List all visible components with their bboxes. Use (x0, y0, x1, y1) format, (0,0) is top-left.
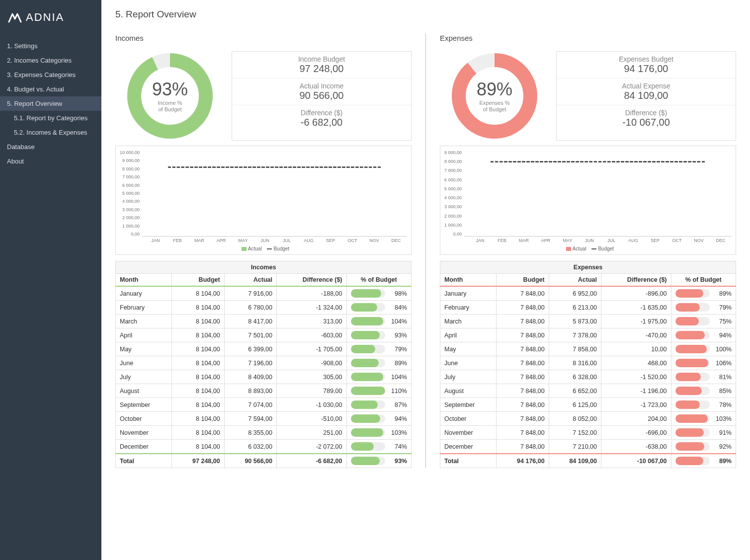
cell-diff: 468,00 (601, 356, 671, 370)
cell-pct: 75% (671, 315, 736, 328)
cell-diff: -188,00 (276, 286, 346, 301)
y-axis-labels: 10 000,009 000,008 000,007 000,006 000,0… (120, 150, 142, 237)
cell-pct: 81% (671, 370, 736, 384)
cell-diff: 313,00 (276, 315, 346, 328)
table-row: October 7 848,00 8 052,00 204,00 103% (440, 412, 736, 426)
cell-pct: 91% (671, 426, 736, 440)
cell-budget: 8 104,00 (172, 440, 224, 454)
cell-pct: 106% (671, 356, 736, 370)
cell-month: January (440, 286, 497, 301)
cell-month: December (440, 440, 497, 454)
table-row: May 8 104,00 6 399,00 -1 705,00 79% (116, 342, 412, 356)
table-row: February 8 104,00 6 780,00 -1 324,00 84% (116, 301, 412, 315)
cell-pct: 89% (346, 356, 411, 370)
bar-chart: 9 000,008 000,007 000,006 000,005 000,00… (440, 146, 736, 255)
cell-diff: -1 975,00 (601, 315, 671, 328)
cell-pct: 98% (346, 286, 411, 301)
cell-pct: 92% (671, 440, 736, 454)
page-title: 5. Report Overview (115, 9, 736, 20)
cell-pct: 85% (671, 384, 736, 398)
table-row: April 7 848,00 7 378,00 -470,00 94% (440, 328, 736, 342)
donut-chart: 89% Expenses %of Budget (440, 51, 549, 141)
stat-value: 90 566,00 (232, 90, 411, 101)
cell-month: August (116, 384, 172, 398)
table-row: June 7 848,00 8 316,00 468,00 106% (440, 356, 736, 370)
cell-actual: 7 196,00 (224, 356, 276, 370)
nav-item[interactable]: 1. Settings (0, 39, 101, 53)
table-row: July 7 848,00 6 328,00 -1 520,00 81% (440, 370, 736, 384)
brand-logo: ADNIA (0, 6, 101, 39)
table-header: % of Budget (671, 274, 736, 287)
cell-budget: 8 104,00 (172, 286, 224, 301)
total-budget: 97 248,00 (172, 454, 224, 468)
table-row: October 8 104,00 7 594,00 -510,00 94% (116, 412, 412, 426)
table-title: Incomes (116, 261, 412, 274)
cell-pct: 87% (346, 398, 411, 412)
nav-item[interactable]: 2. Incomes Categories (0, 53, 101, 68)
table-header: % of Budget (346, 274, 411, 287)
donut-subtitle: Income %of Budget (158, 100, 182, 113)
stat-value: 84 109,00 (557, 90, 736, 101)
table-header: Actual (549, 274, 601, 287)
stat-value: -10 067,00 (557, 117, 736, 128)
cell-diff: 251,00 (276, 426, 346, 440)
stat-label: Actual Income (232, 82, 411, 90)
logo-icon (8, 12, 22, 23)
cell-budget: 7 848,00 (497, 440, 549, 454)
donut-percent: 93% (152, 79, 188, 100)
table-row: March 7 848,00 5 873,00 -1 975,00 75% (440, 315, 736, 328)
cell-month: April (116, 328, 172, 342)
total-label: Total (440, 454, 497, 468)
total-diff: -10 067,00 (601, 454, 671, 468)
nav-item[interactable]: 5. Report Overview (0, 96, 101, 111)
cell-pct: 103% (346, 426, 411, 440)
cell-month: July (116, 370, 172, 384)
cell-diff: -896,00 (601, 286, 671, 301)
cell-month: September (440, 398, 497, 412)
table-row: January 7 848,00 6 952,00 -896,00 89% (440, 286, 736, 301)
cell-budget: 8 104,00 (172, 328, 224, 342)
stat-box: Expenses Budget 94 176,00Actual Expense … (556, 51, 736, 141)
table-header: Month (116, 274, 172, 287)
cell-month: August (440, 384, 497, 398)
cell-actual: 8 052,00 (549, 412, 601, 426)
table-header: Month (440, 274, 497, 287)
section-label: Expenses (440, 34, 736, 42)
cell-diff: 305,00 (276, 370, 346, 384)
cell-budget: 8 104,00 (172, 426, 224, 440)
nav-list: 1. Settings2. Incomes Categories3. Expen… (0, 39, 101, 168)
table-total-row: Total 97 248,00 90 566,00 -6 682,00 93% (116, 454, 412, 468)
table-row: August 7 848,00 6 652,00 -1 196,00 85% (440, 384, 736, 398)
nav-item[interactable]: About (0, 154, 101, 168)
nav-item[interactable]: Database (0, 140, 101, 154)
cell-actual: 7 594,00 (224, 412, 276, 426)
cell-diff: -1 635,00 (601, 301, 671, 315)
stat-label: Difference ($) (557, 109, 736, 117)
stat-value: -6 682,00 (232, 117, 411, 128)
table-total-row: Total 94 176,00 84 109,00 -10 067,00 89% (440, 454, 736, 468)
stat-box: Income Budget 97 248,00Actual Income 90 … (232, 51, 412, 141)
nav-item[interactable]: 5.2. Incomes & Expenses (0, 125, 101, 140)
cell-budget: 7 848,00 (497, 286, 549, 301)
nav-item[interactable]: 5.1. Report by Categories (0, 111, 101, 125)
data-table: Expenses MonthBudgetActualDifference ($)… (440, 261, 736, 468)
cell-budget: 7 848,00 (497, 384, 549, 398)
cell-budget: 8 104,00 (172, 398, 224, 412)
donut-percent: 89% (477, 79, 512, 100)
cell-budget: 7 848,00 (497, 356, 549, 370)
cell-diff: 204,00 (601, 412, 671, 426)
cell-budget: 8 104,00 (172, 384, 224, 398)
table-row: August 8 104,00 8 893,00 789,00 110% (116, 384, 412, 398)
stat-value: 94 176,00 (557, 63, 736, 75)
nav-item[interactable]: 4. Budget vs. Actual (0, 82, 101, 96)
cell-diff: 789,00 (276, 384, 346, 398)
cell-budget: 7 848,00 (497, 328, 549, 342)
nav-item[interactable]: 3. Expenses Categories (0, 68, 101, 82)
cell-diff: -1 705,00 (276, 342, 346, 356)
table-header: Difference ($) (276, 274, 346, 287)
cell-budget: 8 104,00 (172, 301, 224, 315)
y-axis-labels: 9 000,008 000,007 000,006 000,005 000,00… (444, 150, 464, 237)
cell-pct: 94% (671, 328, 736, 342)
total-budget: 94 176,00 (497, 454, 549, 468)
cell-actual: 7 210,00 (549, 440, 601, 454)
